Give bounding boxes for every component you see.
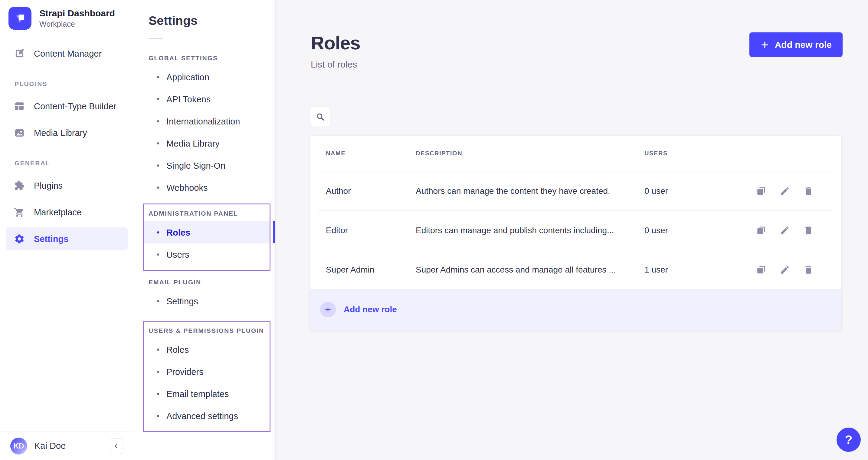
workspace-name: Workplace [39,19,115,28]
main-content: Roles List of roles Add new role NAME DE… [276,0,868,460]
edit-pencil-icon[interactable] [780,186,790,196]
avatar[interactable]: KD [10,438,27,455]
settings-gear-icon [14,233,25,245]
table-row-editor[interactable]: Editor Editors can manage and publish co… [310,211,841,250]
sidebar-footer: KD Kai Doe [0,432,134,460]
sidebar-nav: Content Manager PLUGINS Content-Type Bui… [0,36,134,251]
section-global-settings: GLOBAL SETTINGS [149,55,275,62]
settings-item-admin-roles[interactable]: Roles [144,221,270,243]
bullet-icon [157,186,159,189]
sidebar-item-content-type-builder[interactable]: Content-Type Builder [6,95,128,118]
bullet-icon [157,165,159,167]
delete-trash-icon[interactable] [803,265,813,275]
bullet-icon [157,415,159,417]
active-item-indicator [273,221,275,243]
bullet-icon [157,231,159,233]
role-name: Super Admin [326,265,416,275]
user-name: Kai Doe [34,441,66,451]
sidebar-section-plugins: PLUGINS [14,80,128,88]
settings-item-up-providers[interactable]: Providers [149,361,270,383]
settings-item-admin-users[interactable]: Users [149,243,270,266]
sidebar-item-label: Settings [34,234,68,244]
sidebar-item-content-manager[interactable]: Content Manager [6,42,128,65]
settings-item-single-sign-on[interactable]: Single Sign-On [134,154,275,177]
bullet-icon [157,254,159,256]
role-name: Author [326,186,416,196]
settings-subnav: Settings GLOBAL SETTINGS Application API… [134,0,276,460]
bullet-icon [157,98,159,100]
page-subtitle: List of roles [311,59,357,70]
bullet-icon [157,371,159,373]
workspace-switcher[interactable]: Strapi Dashboard Workplace [0,0,134,36]
sidebar-item-media-library[interactable]: Media Library [6,121,128,144]
duplicate-icon[interactable] [756,186,766,196]
bullet-icon [157,349,159,351]
table-row-super-admin[interactable]: Super Admin Super Admins can access and … [310,250,841,289]
sidebar-item-label: Content Manager [34,49,102,59]
delete-trash-icon[interactable] [803,186,813,196]
row-actions [756,186,841,196]
sidebar-item-plugins[interactable]: Plugins [6,174,128,197]
add-new-role-button[interactable]: Add new role [749,32,843,57]
sidebar-item-label: Content-Type Builder [34,102,116,111]
search-icon [315,112,325,122]
settings-panel-title: Settings [149,13,275,28]
bullet-icon [157,393,159,395]
duplicate-icon[interactable] [756,225,766,236]
settings-item-webhooks[interactable]: Webhooks [134,177,275,199]
add-new-role-row-label: Add new role [344,305,397,314]
content-type-builder-icon [14,101,25,112]
plugins-icon [14,180,25,191]
bullet-icon [157,300,159,302]
edit-pencil-icon[interactable] [780,265,790,275]
search-button[interactable] [310,107,330,127]
bullet-icon [157,76,159,78]
plus-circle-icon [320,301,336,317]
section-users-permissions: USERS & PERMISSIONS PLUGIN [149,327,270,334]
column-header-name: NAME [326,150,416,157]
annotation-box-administration-panel: ADMINISTRATION PANEL Roles Users [143,203,271,271]
table-header-row: NAME DESCRIPTION USERS [310,136,841,171]
settings-item-up-email-templates[interactable]: Email templates [149,383,270,405]
role-description: Editors can manage and publish contents … [416,226,644,235]
annotation-box-users-permissions: USERS & PERMISSIONS PLUGIN Roles Provide… [143,321,271,432]
settings-item-up-advanced-settings[interactable]: Advanced settings [149,405,270,427]
role-name: Editor [326,226,416,235]
table-row-author[interactable]: Author Authors can manage the content th… [310,171,841,210]
strapi-logo [8,7,31,30]
role-description: Authors can manage the content they have… [416,186,644,196]
edit-pencil-icon[interactable] [780,225,790,236]
sidebar-item-marketplace[interactable]: Marketplace [6,201,128,224]
settings-item-internationalization[interactable]: Internationalization [134,110,275,132]
settings-title-divider [149,38,163,39]
role-users-count: 0 user [644,226,668,235]
duplicate-icon[interactable] [756,265,766,275]
role-users-count: 0 user [644,186,668,196]
section-email-plugin: EMAIL PLUGIN [149,279,275,286]
media-library-icon [14,127,25,138]
row-actions [756,225,841,236]
section-administration-panel: ADMINISTRATION PANEL [149,210,270,217]
bullet-icon [157,120,159,122]
sidebar-item-label: Marketplace [34,207,82,218]
column-header-users: USERS [644,150,841,157]
main-sidebar: Strapi Dashboard Workplace Content Manag… [0,0,134,460]
collapse-sidebar-button[interactable] [109,438,123,454]
settings-item-application[interactable]: Application [134,66,275,88]
sidebar-section-general: GENERAL [14,160,128,167]
help-button[interactable]: ? [837,428,861,452]
settings-item-up-roles[interactable]: Roles [149,339,270,361]
settings-item-email-settings[interactable]: Settings [134,290,275,312]
delete-trash-icon[interactable] [803,225,813,236]
chevron-left-icon [113,443,120,450]
content-manager-icon [14,48,25,59]
add-new-role-row[interactable]: Add new role [310,289,841,330]
settings-item-media-library[interactable]: Media Library [134,132,275,154]
column-header-description: DESCRIPTION [416,150,644,157]
sidebar-item-settings[interactable]: Settings [6,227,128,251]
role-users-count: 1 user [644,265,668,275]
row-actions [756,265,841,275]
sidebar-item-label: Plugins [34,181,63,191]
settings-item-api-tokens[interactable]: API Tokens [134,88,275,110]
plus-icon [760,40,769,49]
